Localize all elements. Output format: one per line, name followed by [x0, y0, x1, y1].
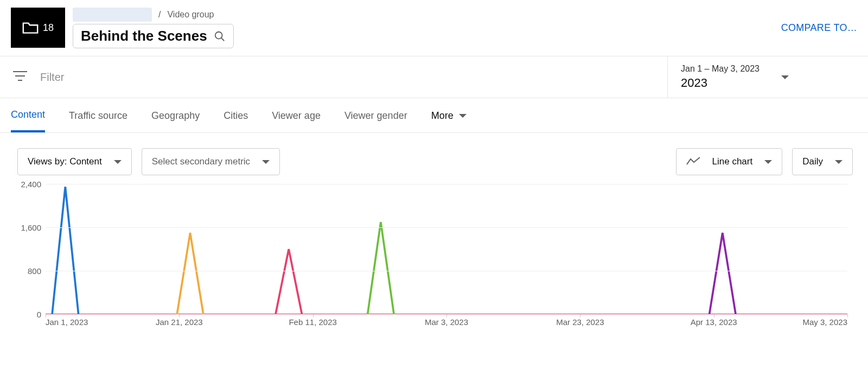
secondary-metric-dropdown[interactable]: Select secondary metric	[142, 148, 280, 175]
chevron-down-icon	[764, 160, 772, 164]
y-tick-label: 2,400	[15, 180, 41, 189]
tab-more[interactable]: More	[431, 110, 467, 131]
views-by-dropdown[interactable]: Views by: Content	[17, 148, 132, 175]
breadcrumb-label: Video group	[167, 10, 214, 20]
chart-type-label: Line chart	[712, 156, 753, 167]
folder-icon	[22, 21, 39, 34]
breadcrumb-separator: /	[158, 10, 161, 20]
folder-badge[interactable]: 18	[11, 8, 65, 48]
chevron-down-icon	[781, 75, 789, 79]
search-icon	[214, 30, 226, 42]
tab-cities[interactable]: Cities	[224, 110, 248, 131]
y-tick-label: 1,600	[15, 223, 41, 232]
folder-count: 18	[43, 22, 54, 34]
chevron-down-icon	[114, 160, 122, 164]
x-tick-label: Jan 21, 2023	[156, 317, 203, 327]
x-tick-label: Mar 3, 2023	[425, 317, 468, 327]
tab-traffic-source[interactable]: Traffic source	[69, 110, 127, 131]
tabs: ContentTraffic sourceGeographyCitiesView…	[0, 98, 868, 133]
filter-input[interactable]: Filter	[0, 56, 667, 98]
tab-viewer-gender[interactable]: Viewer gender	[344, 110, 407, 131]
chart-type-dropdown[interactable]: Line chart	[676, 148, 783, 175]
svg-line-1	[221, 37, 224, 41]
series-spike	[177, 233, 203, 314]
granularity-dropdown[interactable]: Daily	[792, 148, 853, 175]
y-tick-label: 800	[15, 266, 41, 276]
chevron-down-icon	[262, 160, 270, 164]
breadcrumb: / Video group	[73, 8, 781, 22]
date-range-picker[interactable]: Jan 1 – May 3, 2023 2023	[667, 56, 868, 98]
filter-placeholder: Filter	[40, 71, 64, 84]
series-spike	[710, 233, 736, 314]
y-tick-label: 0	[15, 310, 41, 319]
x-tick-label: Feb 11, 2023	[289, 317, 336, 327]
breadcrumb-parent[interactable]	[73, 8, 152, 22]
tab-content[interactable]: Content	[11, 109, 45, 132]
chart: 08001,6002,400 Jan 1, 2023Jan 21, 2023Fe…	[0, 180, 868, 341]
x-tick-label: Apr 13, 2023	[691, 317, 737, 327]
date-range-text: Jan 1 – May 3, 2023	[681, 64, 760, 74]
svg-point-0	[215, 31, 222, 39]
title-search[interactable]: Behind the Scenes	[73, 24, 234, 48]
series-spike	[52, 187, 78, 314]
x-tick-label: May 3, 2023	[802, 317, 847, 327]
page-title: Behind the Scenes	[81, 28, 207, 44]
x-tick-label: Jan 1, 2023	[46, 317, 88, 327]
x-tick-label: Mar 23, 2023	[556, 317, 604, 327]
compare-to-button[interactable]: COMPARE TO…	[781, 22, 857, 34]
series-spike	[368, 222, 394, 314]
chevron-down-icon	[835, 160, 843, 164]
filter-icon	[13, 71, 27, 84]
tab-geography[interactable]: Geography	[151, 110, 200, 131]
series-spike	[276, 249, 302, 314]
date-range-label: 2023	[681, 76, 760, 90]
tab-viewer-age[interactable]: Viewer age	[272, 110, 321, 131]
views-by-label: Views by: Content	[28, 156, 102, 167]
secondary-metric-label: Select secondary metric	[152, 156, 250, 167]
granularity-label: Daily	[802, 156, 823, 167]
line-chart-icon	[686, 157, 700, 167]
